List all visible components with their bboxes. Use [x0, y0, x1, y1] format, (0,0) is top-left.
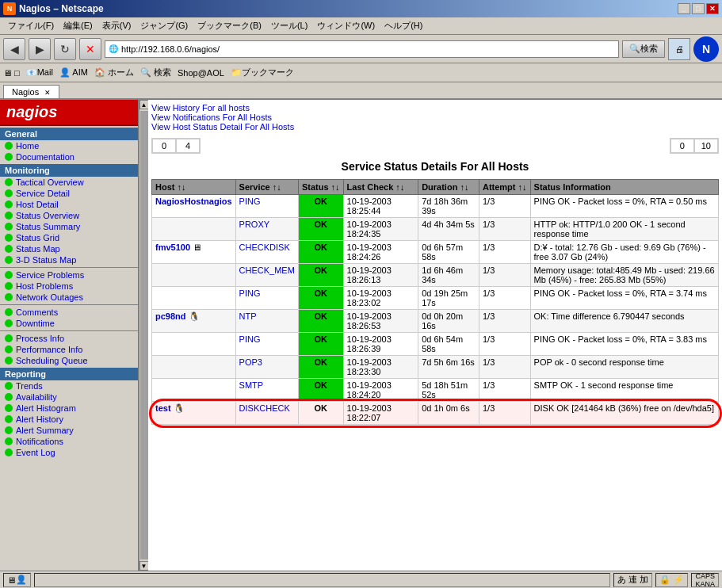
col-lastcheck[interactable]: Last Check ↑↓: [343, 180, 418, 195]
bookmark-screen[interactable]: 🖥 □: [3, 68, 20, 78]
sidebar-scroll[interactable]: ▲ ▼: [139, 100, 148, 571]
sidebar-item-status-map[interactable]: Status Map: [0, 243, 138, 254]
col-attempt[interactable]: Attempt ↑↓: [479, 180, 530, 195]
bookmark-mail[interactable]: 📧Mail: [26, 67, 53, 78]
sidebar-item-alert-summary[interactable]: Alert Summary: [0, 425, 138, 436]
view-notifications-link[interactable]: View Notifications For All Hosts: [151, 113, 719, 122]
tab-close-button[interactable]: ✕: [44, 89, 51, 97]
reload-button[interactable]: ↻: [54, 38, 76, 60]
service-link[interactable]: CHECKDISK: [239, 242, 290, 252]
sidebar-item-status-summary[interactable]: Status Summary: [0, 221, 138, 232]
sidebar-item-service-problems[interactable]: Service Problems: [0, 269, 138, 281]
menu-view[interactable]: 表示(V): [97, 18, 136, 33]
sidebar-divider: [0, 330, 138, 331]
col-status[interactable]: Status ↑↓: [298, 180, 343, 195]
sidebar-item-alert-histogram[interactable]: Alert Histogram: [0, 403, 138, 414]
address-bar[interactable]: 🌐: [105, 40, 619, 58]
sidebar-item-network-outages[interactable]: Network Outages: [0, 292, 138, 303]
cell-info: PING OK - Packet loss = 0%, RTA = 0.50 m…: [530, 195, 718, 218]
sidebar-label: Network Outages: [16, 292, 83, 302]
sidebar-item-alert-history[interactable]: Alert History: [0, 414, 138, 425]
window-title: Nagios – Netscape: [19, 3, 104, 14]
sidebar-item-trends[interactable]: Trends: [0, 380, 138, 391]
sidebar-item-service-detail[interactable]: Service Detail: [0, 188, 138, 199]
bookmark-shop[interactable]: Shop@AOL: [178, 68, 224, 78]
bookmark-aim[interactable]: 👤 AIM: [59, 67, 88, 78]
sidebar-item-documentation[interactable]: Documentation: [0, 151, 138, 162]
sidebar-item-process-info[interactable]: Process Info: [0, 333, 138, 344]
cell-service: PING: [235, 195, 298, 218]
tab-nagios[interactable]: Nagios ✕: [3, 85, 59, 98]
maximize-button[interactable]: □: [692, 3, 705, 14]
service-link[interactable]: PING: [239, 288, 261, 298]
bullet-icon: [5, 404, 13, 412]
menu-edit[interactable]: 編集(E): [59, 18, 97, 33]
service-link[interactable]: DISKCHECK: [239, 403, 290, 413]
service-link[interactable]: NTP: [239, 311, 257, 321]
sidebar-section-monitoring: Monitoring: [0, 164, 138, 177]
cell-duration: 0d 6h 54m 58s: [418, 333, 479, 356]
menu-window[interactable]: ウィンドウ(W): [312, 18, 380, 33]
cell-host: [152, 218, 236, 241]
sidebar-item-tactical-overview[interactable]: Tactical Overview: [0, 177, 138, 188]
col-service[interactable]: Service ↑↓: [235, 180, 298, 195]
host-link[interactable]: test: [155, 403, 171, 413]
search-button[interactable]: 🔍検索: [622, 40, 665, 58]
minimize-button[interactable]: _: [678, 3, 690, 14]
sidebar-item-host-problems[interactable]: Host Problems: [0, 281, 138, 292]
bookmark-search[interactable]: 🔍 検索: [140, 67, 171, 78]
cell-host: fmv5100🖥: [152, 241, 236, 264]
col-host[interactable]: Host ↑↓: [152, 180, 236, 195]
service-link[interactable]: PING: [239, 334, 261, 344]
cell-host: NagiosHostnagios: [152, 195, 236, 218]
scroll-down-arrow[interactable]: ▼: [139, 561, 149, 571]
service-link[interactable]: PROXY: [239, 220, 270, 229]
cell-status: OK: [298, 218, 343, 241]
sidebar-item-host-detail[interactable]: Host Detail: [0, 199, 138, 210]
bookmark-bookmarks[interactable]: 📁ブックマーク: [231, 67, 294, 78]
cell-host: [152, 356, 236, 379]
sidebar-item-3d-status-map[interactable]: 3-D Status Map: [0, 254, 138, 265]
cell-status: OK: [298, 310, 343, 333]
sidebar-item-performance-info[interactable]: Performance Info: [0, 344, 138, 355]
sidebar-item-scheduling-queue[interactable]: Scheduling Queue: [0, 355, 138, 366]
counter-row: 0 4 0 10: [151, 138, 719, 154]
forward-button[interactable]: ▶: [29, 38, 51, 60]
close-button[interactable]: ✕: [706, 3, 719, 14]
menu-help[interactable]: ヘルプ(H): [380, 18, 427, 33]
cell-lastcheck: 10-19-2003 18:24:20: [343, 379, 418, 402]
bookmark-home[interactable]: 🏠 ホーム: [94, 67, 134, 78]
service-link[interactable]: SMTP: [239, 380, 264, 390]
sidebar-item-notifications[interactable]: Notifications: [0, 436, 138, 447]
view-history-link[interactable]: View History For all hosts: [151, 103, 719, 113]
cell-host: [152, 264, 236, 287]
sidebar-item-status-grid[interactable]: Status Grid: [0, 232, 138, 243]
back-button[interactable]: ◀: [3, 38, 25, 60]
service-link[interactable]: CHECK_MEM: [239, 265, 295, 275]
menu-file[interactable]: ファイル(F): [3, 18, 59, 33]
address-input[interactable]: [121, 44, 615, 54]
scroll-thumb[interactable]: [140, 111, 148, 559]
sidebar-item-status-overview[interactable]: Status Overview: [0, 210, 138, 221]
view-host-status-link[interactable]: View Host Status Detail For All Hosts: [151, 122, 719, 132]
menu-jump[interactable]: ジャンプ(G): [136, 18, 193, 33]
host-link[interactable]: NagiosHostnagios: [155, 197, 232, 206]
sidebar-item-comments[interactable]: Comments: [0, 307, 138, 318]
sidebar-item-downtime[interactable]: Downtime: [0, 318, 138, 329]
sidebar-label: Scheduling Queue: [16, 356, 88, 365]
menu-bookmarks[interactable]: ブックマーク(B): [193, 18, 266, 33]
scroll-up-arrow[interactable]: ▲: [139, 100, 149, 109]
service-link[interactable]: POP3: [239, 357, 262, 367]
sidebar-item-home[interactable]: Home: [0, 140, 138, 151]
menu-tools[interactable]: ツール(L): [266, 18, 312, 33]
col-info[interactable]: Status Information: [530, 180, 718, 195]
sidebar-item-availability[interactable]: Availability: [0, 391, 138, 403]
col-duration[interactable]: Duration ↑↓: [418, 180, 479, 195]
sidebar-label: Documentation: [16, 152, 74, 162]
sidebar-label: Alert Summary: [16, 426, 74, 435]
host-link[interactable]: pc98nd: [155, 311, 186, 321]
service-link[interactable]: PING: [239, 197, 261, 206]
sidebar-item-event-log[interactable]: Event Log: [0, 447, 138, 458]
stop-button[interactable]: ✕: [79, 38, 101, 60]
host-link[interactable]: fmv5100: [155, 242, 190, 252]
